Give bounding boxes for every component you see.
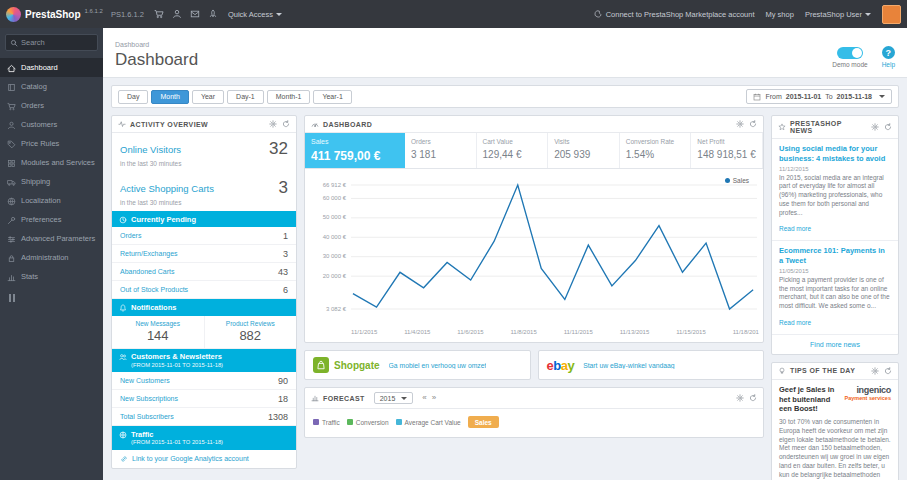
sidebar-item-orders[interactable]: Orders — [0, 96, 103, 115]
gear-icon[interactable] — [269, 120, 277, 128]
refresh-icon[interactable] — [749, 394, 757, 402]
row-label[interactable]: Out of Stock Products — [120, 286, 188, 293]
row-label[interactable]: Orders — [120, 232, 141, 239]
help-icon[interactable]: ? — [882, 46, 895, 59]
link-label: Link to your Google Analytics account — [132, 455, 249, 462]
sidebar-item-administration[interactable]: Administration — [0, 248, 103, 267]
refresh-icon[interactable] — [282, 120, 290, 128]
search-input[interactable] — [21, 38, 89, 47]
sidebar-item-label: Customers — [21, 120, 57, 129]
filter-day-1-button[interactable]: Day-1 — [227, 90, 264, 104]
legend-average-cart-value[interactable]: Average Cart Value — [396, 419, 461, 426]
sidebar-item-advanced-parameters[interactable]: Advanced Parameters — [0, 229, 103, 248]
sidebar-item-preferences[interactable]: Preferences — [0, 210, 103, 229]
demo-mode-toggle[interactable] — [837, 47, 863, 59]
user-icon[interactable] — [172, 9, 182, 19]
legend-sales[interactable]: Sales — [468, 416, 499, 428]
sidebar-item-customers[interactable]: Customers — [0, 115, 103, 134]
ebay-link[interactable]: Start uw eBay-winkel vandaag — [583, 362, 674, 369]
sales-line-chart — [351, 177, 757, 327]
refresh-icon[interactable] — [884, 367, 892, 375]
row-label[interactable]: New Subscriptions — [120, 395, 178, 402]
gear-icon[interactable] — [871, 367, 879, 375]
refresh-icon[interactable] — [749, 120, 757, 128]
ebay-module-ad[interactable]: ebay Start uw eBay-winkel vandaag — [538, 350, 765, 380]
new-messages-stat[interactable]: New Messages 144 — [112, 316, 204, 348]
traffic-swatch — [313, 419, 319, 425]
kpi-net-profit[interactable]: Net Profit148 918,51 € — [691, 133, 763, 168]
filter-month-button[interactable]: Month — [151, 90, 188, 104]
kpi-cart-value[interactable]: Cart Value129,44 € — [477, 133, 549, 168]
kpi-value: 129,44 € — [483, 149, 542, 160]
gear-icon[interactable] — [736, 120, 744, 128]
sidebar-item-dashboard[interactable]: Dashboard — [0, 58, 103, 77]
search-icon — [10, 39, 18, 47]
collapse-menu-button[interactable] — [0, 286, 103, 310]
legend-traffic[interactable]: Traffic — [313, 419, 340, 426]
sidebar-item-label: Dashboard — [21, 63, 58, 72]
sidebar-item-label: Catalog — [21, 82, 47, 91]
kpi-visits[interactable]: Visits205 939 — [548, 133, 620, 168]
sidebar-item-localization[interactable]: Localization — [0, 191, 103, 210]
forecast-next-button[interactable]: » — [431, 394, 437, 402]
online-visitors-link[interactable]: Online Visitors — [120, 144, 181, 155]
marketplace-connect-link[interactable]: Connect to PrestaShop Marketplace accoun… — [594, 10, 755, 19]
gear-icon[interactable] — [871, 123, 879, 131]
pending-row-orders: Orders1 — [112, 227, 296, 245]
kpi-sales[interactable]: Sales411 759,00 € — [305, 133, 405, 168]
legend-conversion[interactable]: Conversion — [347, 419, 389, 426]
legend-label: Traffic — [322, 419, 340, 426]
row-label[interactable]: Abandoned Carts — [120, 268, 174, 275]
find-more-news-link[interactable]: Find more news — [772, 335, 898, 354]
sidebar-item-modules[interactable]: Modules and Services — [0, 153, 103, 172]
x-axis-label: 11/11/2015 — [564, 329, 593, 335]
chevron-down-icon — [879, 95, 885, 98]
chart-legend[interactable]: Sales — [725, 177, 749, 184]
date-range-picker[interactable]: From 2015-11-01 To 2015-11-18 — [746, 89, 892, 104]
mail-icon[interactable] — [190, 9, 200, 19]
from-label: From — [765, 93, 781, 100]
news-title-link[interactable]: Using social media for your business: 4 … — [779, 144, 891, 164]
row-label[interactable]: Total Subscribers — [120, 413, 174, 420]
user-menu[interactable]: PrestaShop User — [805, 10, 871, 19]
row-label[interactable]: New Customers — [120, 377, 170, 384]
kpi-conversion-rate[interactable]: Conversion Rate1.54% — [620, 133, 692, 168]
shopgate-link[interactable]: Ga mobiel en verhoog uw omzet — [389, 362, 487, 369]
forecast-year-select[interactable]: 2015 — [374, 392, 414, 404]
filter-month-1-button[interactable]: Month-1 — [267, 90, 311, 104]
row-label[interactable]: Return/Exchanges — [120, 250, 178, 257]
filter-year-1-button[interactable]: Year-1 — [313, 90, 351, 104]
news-title-link[interactable]: Ecommerce 101: Payments in a Tweet — [779, 246, 891, 266]
prestashop-logo[interactable]: PrestaShop 1.6.1.2 — [6, 7, 103, 22]
read-more-link[interactable]: Read more — [779, 225, 811, 232]
product-reviews-stat[interactable]: Product Reviews 882 — [204, 316, 297, 348]
read-more-link[interactable]: Read more — [779, 319, 811, 326]
sidebar-search[interactable] — [5, 34, 98, 51]
kpi-label: Orders — [411, 138, 470, 145]
y-axis: 66 912 €60 000 €50 000 €40 000 €30 000 €… — [309, 177, 351, 327]
news-date: 11/05/2015 — [779, 268, 891, 274]
marketplace-icon — [594, 10, 602, 18]
forecast-prev-button[interactable]: « — [421, 394, 427, 402]
row-value: 90 — [278, 376, 288, 386]
shopgate-logo — [313, 357, 329, 373]
rocket-icon[interactable] — [208, 9, 218, 19]
refresh-icon[interactable] — [884, 123, 892, 131]
kpi-orders[interactable]: Orders3 181 — [405, 133, 477, 168]
filter-year-button[interactable]: Year — [192, 90, 224, 104]
sidebar-item-price-rules[interactable]: Price Rules — [0, 134, 103, 153]
my-shop-link[interactable]: My shop — [766, 10, 794, 19]
sidebar-item-catalog[interactable]: Catalog — [0, 77, 103, 96]
prestashop-logo-icon — [6, 7, 21, 22]
active-carts-link[interactable]: Active Shopping Carts — [120, 183, 214, 194]
user-avatar[interactable] — [882, 5, 901, 24]
filter-day-button[interactable]: Day — [118, 90, 148, 104]
cart-icon[interactable] — [154, 9, 164, 19]
gear-icon[interactable] — [736, 394, 744, 402]
currently-pending-header: Currently Pending — [112, 211, 296, 227]
google-analytics-link[interactable]: Link to your Google Analytics account — [112, 450, 296, 468]
sidebar-item-shipping[interactable]: Shipping — [0, 172, 103, 191]
quick-access-menu[interactable]: Quick Access — [228, 10, 282, 19]
shopgate-module-ad[interactable]: Shopgate Ga mobiel en verhoog uw omzet — [304, 350, 531, 380]
sidebar-item-stats[interactable]: Stats — [0, 267, 103, 286]
